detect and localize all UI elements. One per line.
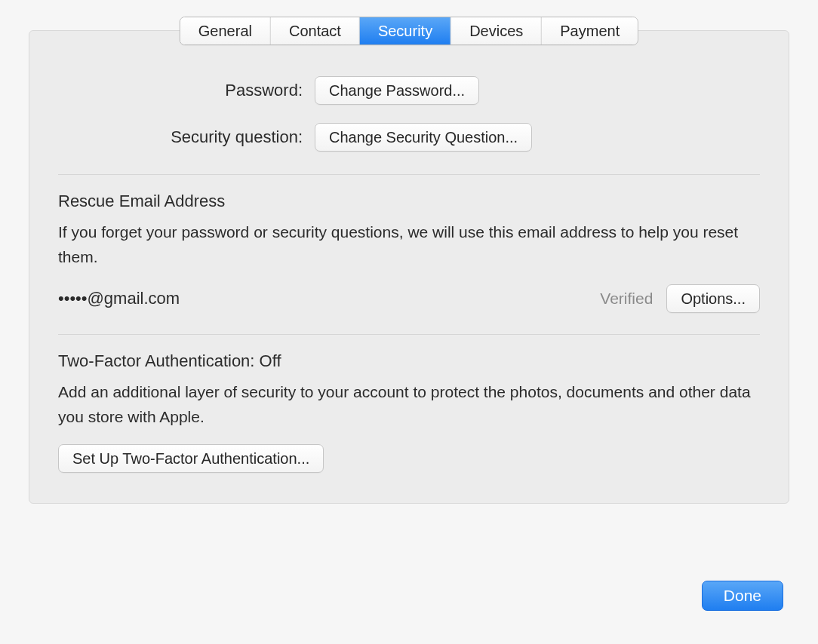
- rescue-email-value: •••••@gmail.com: [58, 289, 586, 308]
- footer: Done: [702, 581, 783, 611]
- tab-general[interactable]: General: [180, 17, 271, 44]
- tab-payment[interactable]: Payment: [542, 17, 638, 44]
- password-label: Password:: [58, 81, 315, 100]
- two-factor-heading: Two-Factor Authentication: Off: [58, 351, 760, 371]
- security-settings-panel: General Contact Security Devices Payment…: [29, 30, 789, 504]
- credential-rows: Password: Change Password... Security qu…: [58, 76, 760, 174]
- password-row: Password: Change Password...: [58, 76, 760, 105]
- tab-devices[interactable]: Devices: [451, 17, 542, 44]
- rescue-email-options-button[interactable]: Options...: [666, 284, 760, 313]
- change-password-button[interactable]: Change Password...: [315, 76, 479, 105]
- tab-contact[interactable]: Contact: [271, 17, 360, 44]
- divider: [58, 334, 760, 335]
- tab-security[interactable]: Security: [360, 17, 451, 44]
- divider: [58, 174, 760, 175]
- two-factor-description: Add an additional layer of security to y…: [58, 380, 760, 429]
- tab-bar: General Contact Security Devices Payment: [180, 17, 638, 45]
- rescue-email-heading: Rescue Email Address: [58, 192, 760, 211]
- security-question-label: Security question:: [58, 127, 315, 147]
- rescue-email-description: If you forget your password or security …: [58, 220, 760, 269]
- two-factor-section: Two-Factor Authentication: Off Add an ad…: [58, 351, 760, 476]
- setup-two-factor-button[interactable]: Set Up Two-Factor Authentication...: [58, 444, 324, 473]
- rescue-email-section: Rescue Email Address If you forget your …: [58, 192, 760, 334]
- done-button[interactable]: Done: [702, 581, 783, 611]
- change-security-question-button[interactable]: Change Security Question...: [315, 123, 532, 152]
- rescue-email-row: •••••@gmail.com Verified Options...: [58, 284, 760, 313]
- security-question-row: Security question: Change Security Quest…: [58, 123, 760, 152]
- rescue-email-status: Verified: [600, 290, 653, 308]
